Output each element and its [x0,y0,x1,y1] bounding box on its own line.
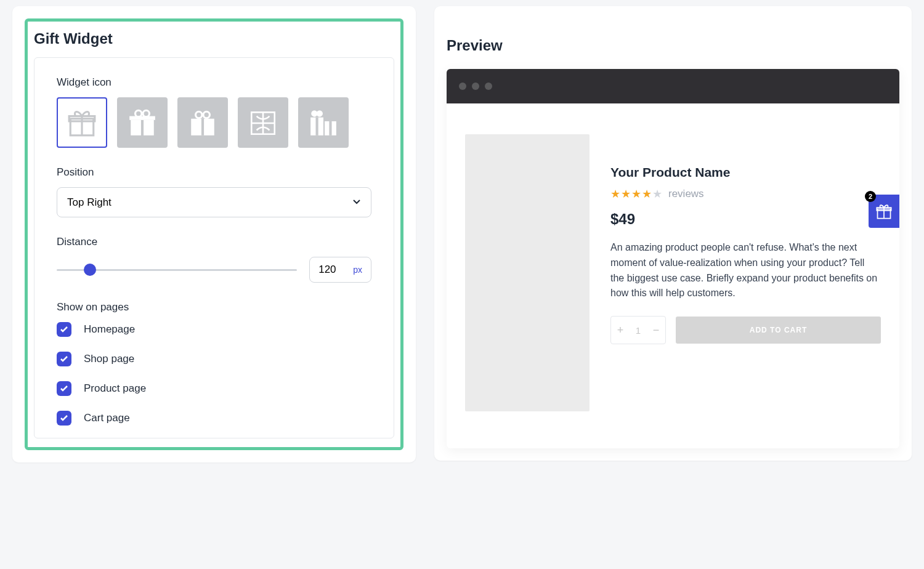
star-icon: ★ [610,187,620,201]
widget-badge: 2 [865,191,876,202]
gift-icon [67,107,97,138]
star-icon: ★ [652,187,662,201]
qty-increase-button[interactable]: − [647,317,665,344]
checkbox-product[interactable]: Product page [57,381,371,396]
checkbox-label: Product page [84,382,146,395]
checkbox-label: Shop page [84,353,134,365]
svg-rect-5 [129,116,155,120]
gift-widget-frame: Gift Widget Widget icon [25,18,403,450]
svg-point-6 [136,110,142,116]
settings-title: Gift Widget [28,30,400,57]
icon-option-3[interactable] [177,97,228,148]
mock-body: Your Product Name ★ ★ ★ ★ ★ reviews $4 [447,103,899,448]
distance-number-box: px [309,257,371,283]
icon-option-5[interactable] [298,97,349,148]
gift-icon [308,107,339,138]
distance-row: px [57,257,371,283]
position-select-wrap: Top Right [57,187,371,217]
qty-value: 1 [630,325,647,336]
icon-option-4[interactable] [238,97,288,148]
svg-rect-18 [329,121,331,135]
gift-icon [248,107,278,138]
check-icon [57,352,71,366]
svg-rect-17 [316,118,318,135]
widget-icon-label: Widget icon [57,76,371,89]
add-to-cart-button[interactable]: ADD TO CART [676,317,881,344]
position-label: Position [57,166,371,179]
browser-bar [447,69,899,103]
star-icon: ★ [621,187,631,201]
qty-decrease-button[interactable]: + [611,317,630,344]
gift-icon [875,203,893,220]
product-info: Your Product Name ★ ★ ★ ★ ★ reviews $4 [610,134,881,411]
preview-card: Preview Your Product Name ★ ★ [434,6,912,461]
settings-card: Gift Widget Widget icon [12,6,416,462]
star-icon: ★ [642,187,652,201]
rating-row: ★ ★ ★ ★ ★ reviews [610,187,881,201]
window-dot [459,83,466,90]
qty-stepper: + 1 − [610,316,666,344]
floating-gift-widget[interactable]: 2 [869,195,899,228]
icon-option-1[interactable] [57,97,107,148]
check-icon [57,381,71,396]
check-icon [57,322,71,337]
browser-mock: Your Product Name ★ ★ ★ ★ ★ reviews $4 [447,69,899,448]
window-dot [485,83,492,90]
checkbox-homepage[interactable]: Homepage [57,322,371,337]
gift-icon [187,107,218,138]
gift-icon [127,107,158,138]
pages-checklist: Homepage Shop page Product page Car [57,322,371,426]
checkbox-label: Cart page [84,412,130,424]
product-price: $49 [610,211,881,228]
distance-slider[interactable] [57,269,297,271]
checkbox-shop[interactable]: Shop page [57,352,371,366]
settings-panel: Widget icon [34,57,394,438]
svg-point-7 [143,110,149,116]
distance-unit: px [353,265,362,275]
svg-rect-3 [131,120,141,135]
window-dot [472,83,479,90]
product-name: Your Product Name [610,165,881,180]
preview-title: Preview [447,37,899,54]
svg-point-20 [317,110,323,116]
product-description: An amazing product people can't refuse. … [610,240,881,301]
distance-input[interactable] [318,264,347,276]
svg-point-10 [196,111,202,118]
svg-rect-4 [144,120,154,135]
cart-row: + 1 − ADD TO CART [610,316,881,344]
star-icon: ★ [631,187,641,201]
icon-option-2[interactable] [117,97,168,148]
checkbox-label: Homepage [84,323,135,336]
stars: ★ ★ ★ ★ ★ [610,187,662,201]
svg-rect-9 [201,119,204,135]
product-image-placeholder [465,134,590,411]
show-pages-label: Show on pages [57,301,371,313]
reviews-label: reviews [668,188,704,200]
check-icon [57,411,71,426]
checkbox-cart[interactable]: Cart page [57,411,371,426]
icon-picker-row [57,97,371,148]
position-select[interactable]: Top Right [57,187,371,217]
svg-point-11 [203,111,209,118]
distance-label: Distance [57,236,371,248]
